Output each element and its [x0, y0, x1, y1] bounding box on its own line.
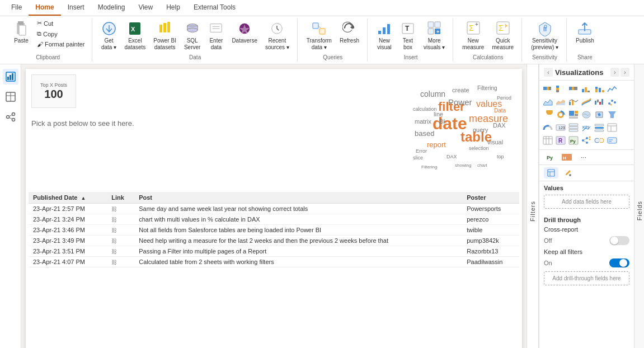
- viz-scatter[interactable]: [606, 96, 618, 108]
- cell-link[interactable]: ⛓: [107, 236, 134, 246]
- more-visuals-button[interactable]: + Morevisuals ▾: [420, 18, 448, 53]
- table-scroll-container[interactable]: Published Date ▲ Link Post Poster 23-Apr…: [29, 192, 519, 348]
- viz-funnel[interactable]: [606, 109, 618, 121]
- table-row[interactable]: 23-Apr-21 2:57 PM ⛓ Same day and same we…: [29, 204, 519, 214]
- quick-measure-button[interactable]: Σ Quickmeasure: [488, 18, 517, 53]
- cell-link[interactable]: ⛓: [107, 225, 134, 236]
- viz-clustered-col[interactable]: [580, 83, 593, 95]
- filters-panel[interactable]: Filters: [527, 64, 539, 348]
- viz-donut[interactable]: [554, 109, 567, 121]
- col-published-date[interactable]: Published Date ▲: [29, 192, 107, 204]
- add-values-field[interactable]: Add data fields here: [544, 195, 629, 209]
- sensitivity-button[interactable]: Sensitivity(preview) ▾: [528, 18, 562, 53]
- viz-card[interactable]: 123: [554, 121, 567, 134]
- svg-text:DAX: DAX: [493, 122, 506, 129]
- cell-link[interactable]: ⛓: [107, 214, 134, 225]
- panel-collapse-btn[interactable]: ›: [621, 68, 629, 77]
- fields-tab-label: Fields: [636, 201, 643, 220]
- power-bi-datasets-button[interactable]: Power BIdatasets: [150, 18, 180, 53]
- viz-stacked-col[interactable]: [593, 83, 605, 95]
- enter-data-button[interactable]: Enterdata: [205, 18, 227, 53]
- table-row[interactable]: 23-Apr-21 3:51 PM ⛓ Passing a Filter int…: [29, 246, 519, 257]
- tab-home[interactable]: Home: [29, 0, 60, 16]
- panel-back-btn[interactable]: ‹: [544, 68, 553, 77]
- viz-slicer[interactable]: [593, 121, 605, 134]
- table-view-icon[interactable]: [3, 89, 18, 105]
- tab-insert[interactable]: Insert: [61, 0, 91, 16]
- viz-ribbon[interactable]: [580, 96, 593, 108]
- viz-gauge[interactable]: [542, 121, 554, 134]
- viz-matrix[interactable]: [542, 134, 554, 147]
- more-viz-button[interactable]: ···: [577, 152, 590, 162]
- viz-py-visual[interactable]: Py: [567, 134, 580, 147]
- format-painter-button[interactable]: 🖌 Format painter: [35, 40, 87, 49]
- svg-text:R: R: [558, 138, 563, 144]
- transform-data-button[interactable]: Transformdata ▾: [303, 18, 335, 53]
- format-visual-btn[interactable]: [561, 167, 575, 178]
- table-row[interactable]: 23-Apr-21 3:49 PM ⛓ Need help writing a …: [29, 236, 519, 246]
- dataverse-button[interactable]: Dataverse: [228, 18, 261, 46]
- viz-waterfall[interactable]: [593, 96, 605, 108]
- table-row[interactable]: 23-Apr-21 4:07 PM ⛓ Calculated table fro…: [29, 257, 519, 267]
- viz-html-special[interactable]: H: [560, 152, 575, 162]
- recent-sources-button[interactable]: Recentsources ▾: [262, 18, 293, 53]
- add-drillthrough-field[interactable]: Add drill-through fields here: [544, 271, 629, 285]
- viz-filled-map[interactable]: [593, 109, 605, 121]
- viz-line-chart[interactable]: [606, 83, 618, 95]
- clipboard-group: Paste ✂ Cut ⧉ Copy 🖌 Format painter: [4, 18, 92, 62]
- table-row[interactable]: 23-Apr-21 3:46 PM ⛓ Not all fields from …: [29, 225, 519, 236]
- paste-button[interactable]: Paste: [9, 18, 34, 46]
- viz-kpi[interactable]: KPI: [580, 121, 593, 134]
- viz-clustered-bar[interactable]: [554, 83, 567, 95]
- viz-treemap[interactable]: [567, 109, 580, 121]
- panel-forward-btn[interactable]: ›: [610, 68, 619, 77]
- text-box-button[interactable]: T Textbox: [397, 18, 419, 53]
- viz-stacked-area[interactable]: [554, 96, 567, 108]
- viz-line-clustered[interactable]: [567, 96, 580, 108]
- viz-table[interactable]: [606, 121, 618, 134]
- model-view-icon[interactable]: [3, 109, 18, 125]
- viz-key-influencers[interactable]: [593, 134, 605, 147]
- fields-tab[interactable]: Fields: [634, 64, 644, 348]
- viz-r-visual[interactable]: R: [554, 134, 567, 147]
- keep-filters-toggle[interactable]: [609, 258, 629, 267]
- tab-file[interactable]: File: [4, 0, 29, 16]
- calculations-group: Σ+ Newmeasure Σ Quickmeasure Calculation…: [454, 18, 522, 62]
- tab-view[interactable]: View: [131, 0, 159, 16]
- viz-py-special[interactable]: Py: [544, 152, 557, 162]
- link-icon: ⛓: [111, 217, 117, 223]
- tab-help[interactable]: Help: [159, 0, 187, 16]
- refresh-button[interactable]: Refresh: [336, 18, 363, 46]
- cell-link[interactable]: ⛓: [107, 257, 134, 267]
- new-visual-button[interactable]: Newvisual: [373, 18, 396, 53]
- table-row[interactable]: 23-Apr-21 3:24 PM ⛓ chart with multi val…: [29, 214, 519, 225]
- excel-button[interactable]: X Exceldatasets: [121, 18, 149, 53]
- new-measure-button[interactable]: Σ+ Newmeasure: [459, 18, 487, 53]
- cell-link[interactable]: ⛓: [107, 246, 134, 257]
- cut-button[interactable]: ✂ Cut: [35, 18, 87, 28]
- tab-modeling[interactable]: Modeling: [91, 0, 132, 16]
- cross-report-toggle[interactable]: [609, 236, 629, 245]
- cell-link[interactable]: ⛓: [107, 204, 134, 214]
- viz-pie[interactable]: [542, 109, 554, 121]
- viz-stacked-bar[interactable]: [542, 83, 554, 95]
- viz-area-chart[interactable]: [542, 96, 554, 108]
- col-post[interactable]: Post: [134, 192, 462, 204]
- get-data-button[interactable]: Getdata ▾: [98, 18, 120, 53]
- report-view-icon[interactable]: [3, 69, 18, 84]
- viz-stacked-bar-100[interactable]: [567, 83, 580, 95]
- keep-filters-on-label: On: [544, 260, 552, 266]
- col-poster[interactable]: Poster: [462, 192, 519, 204]
- viz-decomp-tree[interactable]: [580, 134, 593, 147]
- wordcloud-visual[interactable]: filter date table measure values Power c…: [410, 80, 516, 186]
- kpi-card[interactable]: Top X Posts 100: [31, 74, 76, 108]
- build-visual-btn[interactable]: [544, 167, 558, 178]
- viz-smart-narrative[interactable]: [606, 134, 618, 147]
- cell-poster: pump3842k: [462, 236, 519, 246]
- sql-server-button[interactable]: SQLServer: [181, 18, 204, 53]
- viz-map[interactable]: [580, 109, 593, 121]
- copy-button[interactable]: ⧉ Copy: [35, 29, 87, 39]
- tab-external-tools[interactable]: External Tools: [187, 0, 242, 16]
- viz-multi-row-card[interactable]: [567, 121, 580, 134]
- publish-button[interactable]: Publish: [572, 18, 598, 46]
